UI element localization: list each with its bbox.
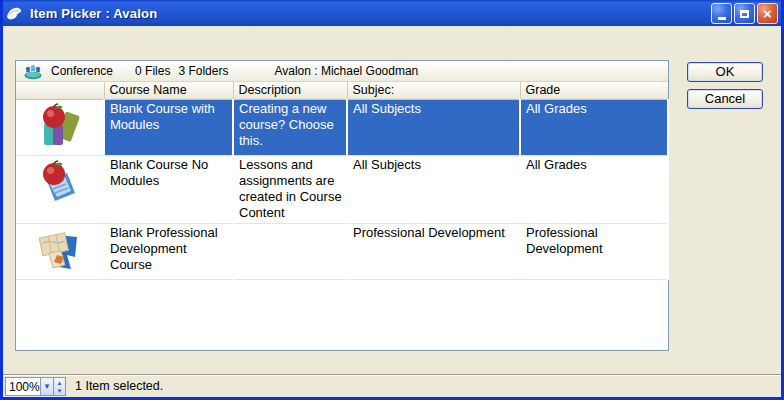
cell-subject: All Subjects — [347, 155, 520, 223]
course-no-modules-icon — [37, 159, 83, 205]
folders-count: 3 Folders — [178, 64, 228, 78]
cell-description: Lessons and assignments are created in C… — [233, 155, 347, 223]
app-icon — [6, 5, 24, 21]
item-list-panel: Conference 0 Files 3 Folders Avalon : Mi… — [15, 60, 669, 351]
cell-subject: All Subjects — [347, 99, 520, 155]
table-row-blank-course-with-modules[interactable]: Blank Course with Modules Creating a new… — [16, 99, 668, 155]
spinner-up-icon[interactable]: ▴ — [58, 379, 62, 386]
files-count: 0 Files — [135, 64, 170, 78]
column-header-description[interactable]: Description — [233, 82, 347, 99]
spinner-down-icon[interactable]: ▾ — [58, 387, 62, 394]
column-header-course-name[interactable]: Course Name — [104, 82, 233, 99]
title-bar[interactable]: Item Picker : Avalon × — [0, 0, 784, 26]
context-label: Avalon : Michael Goodman — [274, 64, 418, 78]
zoom-combo[interactable]: 100% ▾ ▴ ▾ — [5, 377, 66, 396]
window-title: Item Picker : Avalon — [30, 6, 157, 21]
window-controls: × — [711, 3, 778, 24]
minimize-button[interactable] — [711, 3, 732, 24]
cell-course-name: Blank Professional Development Course — [104, 223, 233, 279]
table-header-row: Course Name Description Subjec: Grade — [16, 82, 668, 99]
status-bar: 100% ▾ ▴ ▾ 1 Item selected. — [3, 374, 781, 397]
cell-grade: All Grades — [520, 155, 668, 223]
column-header-subject[interactable]: Subjec: — [347, 82, 520, 99]
cell-description: Creating a new course? Choose this. — [233, 99, 347, 155]
cell-grade: Professional Development — [520, 223, 668, 279]
folder-info-bar: Conference 0 Files 3 Folders Avalon : Mi… — [16, 61, 668, 82]
conference-icon — [23, 63, 43, 80]
selection-status: 1 Item selected. — [75, 379, 163, 393]
chevron-down-icon[interactable]: ▾ — [40, 378, 54, 395]
conference-label: Conference — [51, 64, 113, 78]
maximize-button[interactable] — [734, 3, 755, 24]
course-with-modules-icon — [37, 103, 83, 149]
maximize-icon — [740, 10, 749, 18]
item-table: Course Name Description Subjec: Grade — [16, 82, 669, 280]
cell-grade: All Grades — [520, 99, 668, 155]
cell-course-name: Blank Course No Modules — [104, 155, 233, 223]
zoom-value: 100% — [6, 378, 40, 395]
item-picker-window: Item Picker : Avalon × Conference 0 File… — [0, 0, 784, 400]
close-button[interactable]: × — [757, 3, 778, 24]
cell-description — [233, 223, 347, 279]
cell-subject: Professional Development — [347, 223, 520, 279]
cancel-button[interactable]: Cancel — [687, 89, 763, 109]
minimize-icon — [718, 17, 726, 20]
table-row-blank-course-no-modules[interactable]: Blank Course No Modules Lessons and assi… — [16, 155, 668, 223]
zoom-spinner[interactable]: ▴ ▾ — [53, 378, 65, 395]
cell-course-name: Blank Course with Modules — [104, 99, 233, 155]
column-header-grade[interactable]: Grade — [520, 82, 668, 99]
table-row-blank-professional-development-course[interactable]: Blank Professional Development Course Pr… — [16, 223, 668, 279]
close-icon: × — [763, 6, 772, 21]
column-header-icon — [16, 82, 104, 99]
ok-button[interactable]: OK — [687, 62, 763, 82]
professional-development-icon — [37, 227, 83, 273]
